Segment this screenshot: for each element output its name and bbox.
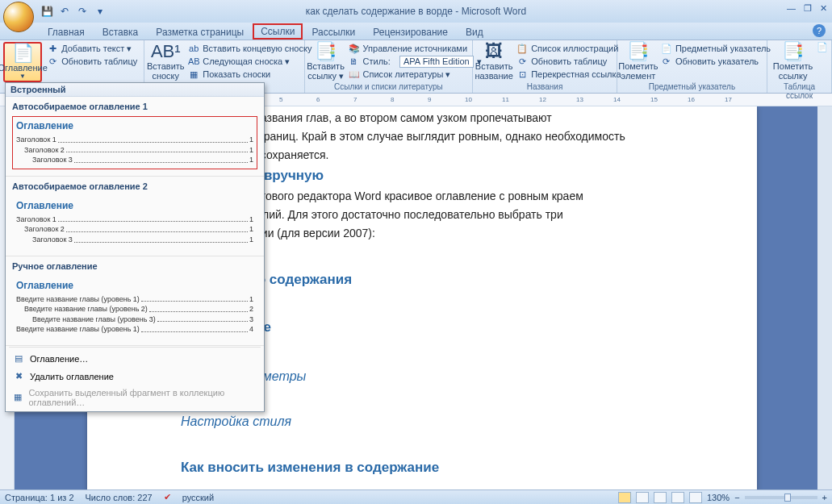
manage-sources-icon: 📚 — [349, 43, 360, 54]
gallery-footer: ▤Оглавление… ✖Удалить оглавление ▦Сохран… — [6, 348, 264, 411]
update-index-button[interactable]: ⟳Обновить указатель — [658, 55, 774, 68]
vertical-scrollbar[interactable] — [817, 106, 832, 489]
toc-gallery-dropdown: Встроенный Автособираемое оглавление 1 О… — [5, 82, 265, 412]
status-word-count[interactable]: Число слов: 227 — [86, 493, 153, 502]
index-icon: 📄 — [661, 43, 672, 54]
mark-entry-button[interactable]: 📑 Пометить элемент — [621, 42, 656, 82]
gallery-item-auto-toc-2[interactable]: Автособираемое оглавление 2 Оглавление З… — [6, 177, 264, 256]
remove-toc-menu-item[interactable]: ✖Удалить оглавление — [6, 368, 264, 385]
cross-reference-button[interactable]: ⊡Перекрестная ссылка — [513, 68, 625, 81]
zoom-in-button[interactable]: + — [822, 493, 827, 502]
view-outline-button[interactable] — [671, 492, 684, 503]
ribbon-tabs: Главная Вставка Разметка страницы Ссылки… — [0, 23, 832, 40]
maximize-button[interactable]: ❐ — [804, 3, 812, 14]
insert-toc-menu-item[interactable]: ▤Оглавление… — [6, 350, 264, 368]
table-of-figures-button[interactable]: 📋Список иллюстраций — [513, 42, 625, 55]
mark-citation-icon: 📑 — [782, 43, 804, 60]
next-footnote-icon: AB — [188, 56, 199, 67]
show-notes-button[interactable]: ▦Показать сноски — [185, 68, 315, 81]
citation-icon: 📑 — [315, 43, 337, 60]
show-notes-icon: ▦ — [188, 69, 199, 80]
view-full-screen-button[interactable] — [636, 492, 649, 503]
tab-home[interactable]: Главная — [39, 23, 94, 40]
tab-mailings[interactable]: Рассылки — [303, 23, 364, 40]
save-selection-menu-item: ▦Сохранить выделенный фрагмент в коллекц… — [6, 385, 264, 410]
page-icon: ▤ — [12, 352, 25, 365]
toc-icon: 📄 — [12, 44, 34, 62]
office-button[interactable] — [3, 2, 34, 32]
tab-insert[interactable]: Вставка — [94, 23, 148, 40]
citation-style-field[interactable]: APA Fifth Edition — [399, 56, 474, 68]
qat-dropdown-icon[interactable]: ▾ — [94, 5, 107, 18]
ribbon-group-captions: 🖼 Вставить название 📋Список иллюстраций … — [473, 40, 617, 93]
window-title: как сделать содержание в ворде - Microso… — [306, 6, 526, 17]
close-button[interactable]: ✕ — [820, 3, 827, 14]
bibliography-button[interactable]: 📖Список литературы ▾ — [345, 68, 485, 81]
manage-sources-button[interactable]: 📚Управление источниками — [345, 42, 485, 55]
update-tof-button[interactable]: ⟳Обновить таблицу — [513, 55, 625, 68]
citation-style-control[interactable]: 🗎Стиль: APA Fifth Edition▾ — [345, 55, 485, 68]
save-icon[interactable]: 💾 — [40, 5, 53, 18]
status-language[interactable]: русский — [182, 493, 214, 502]
mark-entry-icon: 📑 — [627, 43, 649, 60]
refresh-icon: ⟳ — [47, 56, 58, 67]
gallery-item-manual-toc[interactable]: Ручное оглавление Оглавление Введите наз… — [6, 256, 264, 346]
ribbon-group-index: 📑 Пометить элемент 📄Предметный указатель… — [617, 40, 767, 93]
title-bar: 💾 ↶ ↷ ▾ как сделать содержание в ворде -… — [0, 0, 832, 23]
insert-index-button[interactable]: 📄Предметный указатель — [658, 42, 774, 55]
view-web-layout-button[interactable] — [654, 492, 667, 503]
ribbon-group-citations: 📑 Вставить ссылку ▾ 📚Управление источник… — [305, 40, 474, 93]
tab-view[interactable]: Вид — [457, 23, 492, 40]
list-icon: 📋 — [516, 43, 528, 54]
bibliography-icon: 📖 — [349, 69, 360, 80]
refresh-icon: ⟳ — [516, 56, 528, 67]
zoom-out-button[interactable]: − — [734, 493, 739, 502]
help-icon[interactable]: ? — [813, 24, 826, 37]
update-table-button[interactable]: ⟳Обновить таблицу — [44, 55, 140, 68]
window-controls: — ❐ ✕ — [787, 3, 827, 14]
view-draft-button[interactable] — [689, 492, 702, 503]
minimize-button[interactable]: — — [787, 3, 796, 14]
toa-icon[interactable]: 📄 — [817, 42, 828, 52]
mark-citation-button[interactable]: 📑 Пометить ссылку — [771, 42, 815, 82]
insert-caption-button[interactable]: 🖼 Вставить название — [476, 42, 512, 82]
view-print-layout-button[interactable] — [618, 492, 631, 503]
tab-references[interactable]: Ссылки — [253, 23, 303, 40]
endnote-icon: ab — [188, 43, 199, 54]
status-bar: Страница: 1 из 2 Число слов: 227 ✔ русск… — [0, 489, 832, 504]
redo-icon[interactable]: ↷ — [76, 5, 89, 18]
next-footnote-button[interactable]: ABСледующая сноска ▾ — [185, 55, 315, 68]
ribbon-group-toa: 📑 Пометить ссылку 📄 Таблица ссылок — [767, 40, 832, 93]
footnote-icon: AB¹ — [151, 43, 181, 60]
zoom-level[interactable]: 130% — [707, 493, 730, 502]
zoom-slider[interactable] — [745, 496, 817, 499]
refresh-icon: ⟳ — [661, 56, 672, 67]
gallery-header: Встроенный — [6, 83, 264, 97]
save-selection-icon: ▦ — [12, 391, 23, 404]
quick-access-toolbar: 💾 ↶ ↷ ▾ — [40, 5, 107, 18]
crossref-icon: ⊡ — [516, 69, 528, 80]
remove-icon: ✖ — [12, 370, 25, 383]
status-spell-icon[interactable]: ✔ — [164, 492, 171, 502]
tab-page-layout[interactable]: Разметка страницы — [147, 23, 253, 40]
toc-button[interactable]: 📄 Оглавление ▼ — [3, 42, 42, 82]
gallery-item-auto-toc-1[interactable]: Автособираемое оглавление 1 Оглавление З… — [6, 97, 264, 177]
insert-citation-button[interactable]: 📑 Вставить ссылку ▾ — [308, 42, 344, 82]
tab-review[interactable]: Рецензирование — [364, 23, 457, 40]
caption-icon: 🖼 — [485, 43, 503, 60]
status-page[interactable]: Страница: 1 из 2 — [5, 493, 74, 502]
add-text-button[interactable]: ✚Добавить текст ▾ — [44, 42, 140, 55]
insert-footnote-button[interactable]: AB¹ Вставить сноску — [148, 42, 183, 82]
doc-heading[interactable]: Как вносить изменения в содержание — [181, 457, 709, 478]
insert-endnote-button[interactable]: abВставить концевую сноску — [185, 42, 315, 55]
add-text-icon: ✚ — [47, 43, 58, 54]
style-icon: 🗎 — [349, 56, 360, 67]
undo-icon[interactable]: ↶ — [58, 5, 71, 18]
chevron-down-icon: ▼ — [19, 73, 26, 80]
doc-subheading[interactable]: Настройка стиля — [181, 412, 709, 431]
